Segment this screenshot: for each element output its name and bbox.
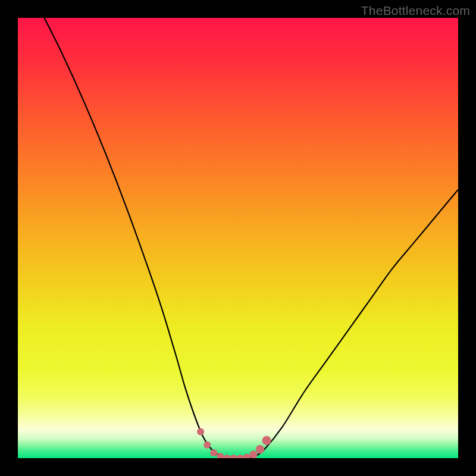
marker-dot <box>203 441 211 449</box>
marker-dot <box>262 436 271 445</box>
marker-dot <box>243 454 250 458</box>
chart-container: TheBottleneck.com <box>0 0 476 476</box>
marker-dot <box>197 428 204 436</box>
marker-dot <box>256 445 264 453</box>
bottleneck-curve <box>44 18 458 458</box>
curve-layer <box>18 18 458 458</box>
marker-dot <box>237 455 244 458</box>
marker-dot <box>224 455 231 458</box>
marker-dot <box>249 450 257 458</box>
chart-area <box>18 18 458 458</box>
watermark-text: TheBottleneck.com <box>361 4 470 18</box>
marker-dot <box>217 453 224 458</box>
marker-dot <box>230 455 237 458</box>
marker-dot <box>210 449 217 456</box>
